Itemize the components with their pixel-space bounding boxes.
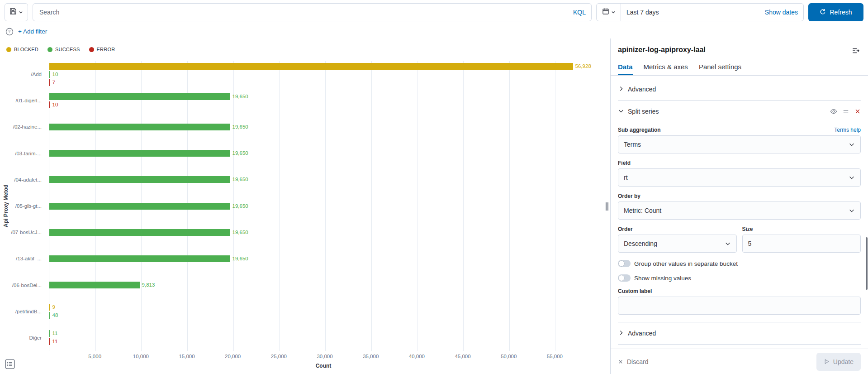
update-button[interactable]: Update bbox=[816, 353, 861, 371]
order-by-label: Order by bbox=[618, 193, 861, 199]
chart-legend: BLOCKEDSUCCESSERROR bbox=[6, 47, 115, 52]
split-series-accordion[interactable]: Split series bbox=[618, 102, 861, 120]
legend-item-success[interactable]: SUCCESS bbox=[47, 47, 80, 52]
bar-success[interactable] bbox=[49, 203, 230, 210]
y-category-label: /pet/findB... bbox=[15, 309, 42, 314]
legend-item-error[interactable]: ERROR bbox=[89, 47, 115, 52]
terms-help-link[interactable]: Terms help bbox=[834, 127, 861, 133]
bar-success[interactable] bbox=[49, 255, 230, 262]
date-picker-group: Last 7 days Show dates bbox=[596, 3, 804, 21]
refresh-button[interactable]: Refresh bbox=[808, 3, 863, 21]
y-category-label: /01-digerl... bbox=[15, 98, 42, 103]
scrollbar-thumb[interactable] bbox=[866, 237, 868, 290]
refresh-icon bbox=[820, 9, 826, 16]
order-by-select[interactable]: Metric: Count bbox=[618, 201, 861, 220]
size-input[interactable] bbox=[742, 235, 861, 253]
chevron-down-icon bbox=[19, 8, 23, 16]
tab-data[interactable]: Data bbox=[618, 63, 633, 75]
filter-options-icon[interactable] bbox=[5, 28, 14, 36]
y-category-label: /05-gib-gt... bbox=[15, 203, 42, 209]
bar-error[interactable] bbox=[49, 101, 50, 108]
bar-blocked[interactable] bbox=[49, 304, 50, 311]
bar-success[interactable] bbox=[49, 124, 230, 130]
bar-success[interactable] bbox=[49, 150, 230, 157]
order-select[interactable]: Descending bbox=[618, 235, 737, 253]
field-select[interactable]: rt bbox=[618, 168, 861, 187]
tab-metrics-axes[interactable]: Metrics & axes bbox=[644, 63, 688, 75]
gridline bbox=[417, 61, 417, 351]
divider bbox=[618, 100, 861, 101]
bar-success[interactable] bbox=[49, 312, 50, 319]
y-category-label: /13-aktif_... bbox=[16, 256, 42, 261]
date-range-value[interactable]: Last 7 days bbox=[621, 9, 765, 16]
group-other-toggle-row: Group other values in separate bucket bbox=[618, 260, 861, 267]
bar-error[interactable] bbox=[49, 79, 50, 86]
show-missing-toggle[interactable] bbox=[618, 274, 631, 282]
bar-success[interactable] bbox=[49, 229, 230, 236]
discard-button[interactable]: Discard bbox=[618, 358, 648, 365]
chevron-right-icon bbox=[618, 330, 624, 337]
bar-value-label: 9,813 bbox=[142, 282, 155, 288]
x-tick-label: 15,000 bbox=[179, 354, 194, 359]
advanced-accordion-top[interactable]: Advanced bbox=[618, 80, 861, 98]
group-other-toggle[interactable] bbox=[618, 260, 631, 267]
bar-error[interactable] bbox=[49, 338, 50, 345]
chevron-down-icon bbox=[849, 141, 855, 148]
x-tick-label: 30,000 bbox=[317, 354, 332, 359]
calendar-icon bbox=[602, 8, 609, 17]
search-input[interactable] bbox=[38, 8, 569, 16]
bar-blocked[interactable] bbox=[49, 63, 573, 70]
chevron-down-icon bbox=[849, 207, 855, 214]
legend-dot bbox=[89, 47, 94, 52]
kql-language-button[interactable]: KQL bbox=[573, 9, 586, 16]
refresh-label: Refresh bbox=[830, 9, 852, 16]
panel-header: apinizer-log-apiproxy-laal bbox=[611, 38, 868, 58]
x-tick-label: 10,000 bbox=[133, 354, 149, 359]
bar-success[interactable] bbox=[49, 282, 140, 288]
bar-value-label: 19,650 bbox=[232, 255, 248, 262]
panel-title: apinizer-log-apiproxy-laal bbox=[618, 46, 706, 54]
bar-value-label: 9 bbox=[52, 304, 55, 311]
sub-aggregation-select[interactable]: Terms bbox=[618, 135, 861, 153]
y-category-label: /03-tarim-... bbox=[15, 151, 42, 156]
bar-value-label: 19,650 bbox=[232, 176, 248, 183]
update-label: Update bbox=[833, 358, 854, 365]
select-value: Terms bbox=[624, 141, 641, 148]
x-tick-label: 40,000 bbox=[409, 354, 425, 359]
date-quick-select-button[interactable] bbox=[597, 4, 621, 21]
query-top-bar: KQL Last 7 days Show dates Refresh bbox=[0, 0, 868, 24]
bar-value-label: 7 bbox=[52, 79, 55, 86]
saved-query-menu-button[interactable] bbox=[5, 3, 28, 21]
legend-label: BLOCKED bbox=[14, 47, 38, 52]
panel-resize-handle[interactable] bbox=[606, 202, 608, 211]
bar-value-label: 19,650 bbox=[232, 203, 248, 210]
bar-success[interactable] bbox=[49, 71, 50, 78]
x-tick-label: 50,000 bbox=[501, 354, 517, 359]
y-category-label: /02-hazine... bbox=[13, 124, 42, 129]
bar-value-label: 19,650 bbox=[232, 93, 248, 100]
chevron-right-icon bbox=[618, 86, 624, 93]
query-search-box: KQL bbox=[33, 3, 592, 21]
show-dates-button[interactable]: Show dates bbox=[765, 9, 803, 16]
gridline bbox=[325, 61, 326, 351]
add-filter-button[interactable]: + Add filter bbox=[18, 28, 47, 35]
y-category-label: /Add bbox=[31, 72, 42, 77]
tab-panel-settings[interactable]: Panel settings bbox=[699, 63, 741, 75]
bar-success[interactable] bbox=[49, 330, 50, 337]
y-category-label: /04-adalet... bbox=[14, 177, 42, 182]
legend-item-blocked[interactable]: BLOCKED bbox=[6, 47, 38, 52]
legend-toggle-button[interactable] bbox=[5, 359, 15, 369]
chevron-down-icon bbox=[849, 174, 855, 181]
custom-label-input[interactable] bbox=[618, 297, 861, 315]
chevron-down-icon bbox=[611, 8, 616, 16]
remove-series-icon[interactable] bbox=[854, 108, 861, 115]
panel-body: Advanced Split series bbox=[611, 76, 868, 349]
bar-success[interactable] bbox=[49, 93, 230, 100]
drag-handle-icon[interactable] bbox=[843, 108, 849, 115]
collapse-panel-icon[interactable] bbox=[851, 46, 861, 58]
main-area: BLOCKEDSUCCESSERROR Api Proxy Metod /Add… bbox=[0, 38, 868, 374]
eye-icon[interactable] bbox=[830, 108, 837, 115]
advanced-accordion-bottom[interactable]: Advanced bbox=[618, 324, 861, 342]
panel-tabs: Data Metrics & axes Panel settings bbox=[611, 58, 868, 76]
bar-success[interactable] bbox=[49, 176, 230, 183]
